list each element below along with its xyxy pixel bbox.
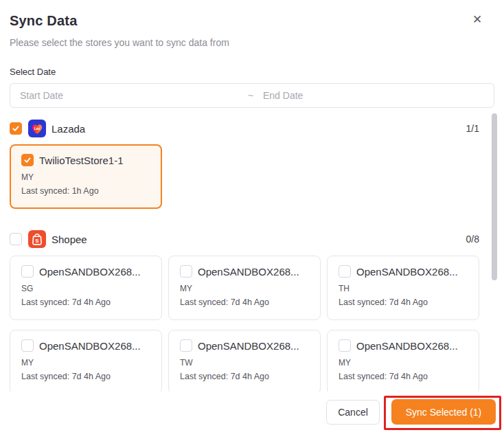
platform-count: 1/1 bbox=[466, 123, 479, 134]
store-card[interactable]: OpenSANDBOX268...MYLast synced: 7d 4h Ag… bbox=[10, 330, 162, 392]
platform-name: Lazada bbox=[51, 123, 85, 135]
store-title-row: OpenSANDBOX268... bbox=[339, 339, 468, 352]
store-title-row: TwilioTestStore1-1 bbox=[21, 154, 150, 166]
store-checkbox[interactable] bbox=[21, 339, 34, 352]
store-checkbox[interactable] bbox=[339, 339, 351, 352]
end-date-field[interactable]: End Date bbox=[257, 90, 303, 101]
store-last-synced: Last synced: 7d 4h Ago bbox=[180, 297, 309, 307]
store-last-synced: Last synced: 7d 4h Ago bbox=[339, 297, 468, 307]
cancel-button[interactable]: Cancel bbox=[326, 400, 380, 425]
platform-header: SShopee0/8 bbox=[10, 230, 479, 248]
store-region: SG bbox=[21, 284, 150, 293]
store-grid: TwilioTestStore1-1MYLast synced: 1h Ago bbox=[10, 144, 479, 209]
store-checkbox[interactable] bbox=[180, 339, 192, 352]
scrollbar-thumb[interactable] bbox=[492, 113, 497, 280]
store-card[interactable]: OpenSANDBOX268...TWLast synced: 7d 4h Ag… bbox=[168, 330, 321, 392]
platform-checkbox[interactable] bbox=[10, 233, 22, 245]
store-name: OpenSANDBOX268... bbox=[198, 340, 299, 352]
store-region: MY bbox=[339, 358, 468, 368]
modal-subtitle: Please select the stores you want to syn… bbox=[10, 37, 229, 48]
store-title-row: OpenSANDBOX268... bbox=[180, 339, 309, 352]
store-last-synced: Last synced: 7d 4h Ago bbox=[339, 372, 468, 381]
store-name: OpenSANDBOX268... bbox=[356, 340, 458, 352]
store-last-synced: Last synced: 1h Ago bbox=[21, 186, 150, 196]
platform-section-shopee: SShopee0/8OpenSANDBOX268...SGLast synced… bbox=[10, 230, 479, 392]
store-name: OpenSANDBOX268... bbox=[356, 266, 458, 278]
store-card[interactable]: OpenSANDBOX268...MYLast synced: 7d 4h Ag… bbox=[168, 256, 321, 320]
platform-name: Shopee bbox=[51, 234, 87, 245]
modal-footer: Cancel Sync Selected (1) bbox=[0, 392, 504, 439]
date-separator: ~ bbox=[248, 90, 257, 101]
shopee-icon: S bbox=[28, 230, 46, 248]
store-region: MY bbox=[21, 358, 150, 368]
modal-body: Select Date Start Date ~ End Date LazLaz… bbox=[0, 62, 504, 392]
date-range-input[interactable]: Start Date ~ End Date bbox=[10, 83, 494, 108]
store-checkbox[interactable] bbox=[339, 265, 351, 278]
store-grid: OpenSANDBOX268...SGLast synced: 7d 4h Ag… bbox=[10, 256, 479, 392]
svg-text:S: S bbox=[35, 238, 39, 244]
store-region: MY bbox=[180, 284, 309, 293]
platform-checkbox[interactable] bbox=[10, 122, 22, 135]
store-last-synced: Last synced: 7d 4h Ago bbox=[21, 372, 150, 381]
store-region: TW bbox=[180, 358, 309, 368]
store-card[interactable]: TwilioTestStore1-1MYLast synced: 1h Ago bbox=[10, 144, 162, 209]
store-card[interactable]: OpenSANDBOX268...SGLast synced: 7d 4h Ag… bbox=[10, 256, 162, 320]
store-title-row: OpenSANDBOX268... bbox=[21, 339, 150, 352]
svg-text:Laz: Laz bbox=[34, 126, 41, 131]
store-title-row: OpenSANDBOX268... bbox=[180, 265, 309, 278]
page-title: Sync Data bbox=[10, 13, 78, 29]
store-card[interactable]: OpenSANDBOX268...THLast synced: 7d 4h Ag… bbox=[327, 256, 479, 320]
sync-selected-button[interactable]: Sync Selected (1) bbox=[391, 399, 496, 425]
store-name: OpenSANDBOX268... bbox=[39, 266, 141, 278]
store-region: TH bbox=[339, 284, 468, 293]
store-last-synced: Last synced: 7d 4h Ago bbox=[21, 297, 150, 307]
sync-data-modal: Sync Data ✕ Please select the stores you… bbox=[0, 0, 504, 439]
select-date-label: Select Date bbox=[10, 67, 494, 77]
store-checkbox[interactable] bbox=[180, 265, 192, 278]
platform-count: 0/8 bbox=[466, 234, 479, 245]
store-title-row: OpenSANDBOX268... bbox=[339, 265, 468, 278]
store-last-synced: Last synced: 7d 4h Ago bbox=[180, 372, 309, 381]
store-name: TwilioTestStore1-1 bbox=[39, 155, 124, 166]
store-title-row: OpenSANDBOX268... bbox=[21, 265, 150, 278]
start-date-field[interactable]: Start Date bbox=[10, 90, 248, 101]
store-card[interactable]: OpenSANDBOX268...MYLast synced: 7d 4h Ag… bbox=[327, 330, 479, 392]
store-region: MY bbox=[21, 172, 150, 182]
platform-list: LazLazada1/1TwilioTestStore1-1MYLast syn… bbox=[10, 120, 494, 392]
store-name: OpenSANDBOX268... bbox=[39, 340, 141, 352]
lazada-icon: Laz bbox=[28, 120, 46, 137]
store-name: OpenSANDBOX268... bbox=[198, 266, 299, 278]
store-checkbox[interactable] bbox=[21, 154, 34, 166]
store-checkbox[interactable] bbox=[21, 265, 34, 278]
platform-section-lazada: LazLazada1/1TwilioTestStore1-1MYLast syn… bbox=[10, 120, 479, 209]
close-icon[interactable]: ✕ bbox=[470, 12, 485, 27]
platform-header: LazLazada1/1 bbox=[10, 120, 479, 137]
